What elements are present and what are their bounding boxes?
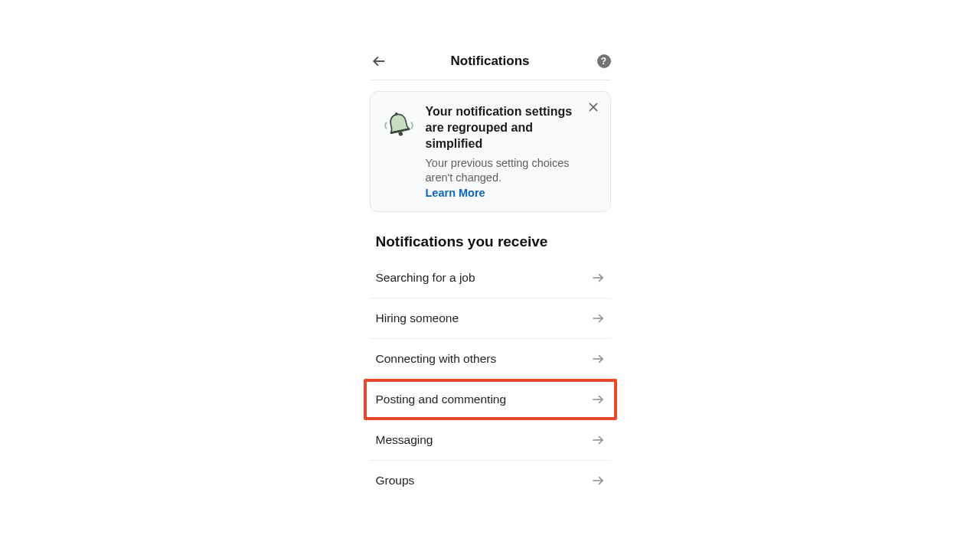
help-button[interactable]: ? [597,54,611,68]
back-button[interactable] [370,52,388,70]
info-title: Your notification settings are regrouped… [426,104,586,152]
arrow-right-icon [591,311,605,325]
arrow-right-icon [591,271,605,285]
info-subtitle: Your previous setting choices aren't cha… [426,156,586,185]
row-label: Groups [376,474,415,487]
notifications-settings-panel: Notifications ? Your notification settin… [370,0,611,500]
info-text: Your notification settings are regrouped… [426,104,599,199]
arrow-right-icon [591,393,605,406]
row-messaging[interactable]: Messaging [370,420,611,461]
close-icon [587,101,599,113]
arrow-left-icon [371,54,387,69]
row-hiring-someone[interactable]: Hiring someone [370,298,611,339]
row-label: Posting and commenting [376,393,507,406]
settings-list: Searching for a job Hiring someone Conne… [370,258,611,500]
row-label: Connecting with others [376,352,497,366]
row-posting-and-commenting[interactable]: Posting and commenting [370,380,611,420]
row-label: Hiring someone [376,311,459,325]
row-connecting-with-others[interactable]: Connecting with others [370,339,611,380]
section-heading: Notifications you receive [376,233,611,250]
header-bar: Notifications ? [370,47,611,80]
row-label: Searching for a job [376,271,475,285]
row-groups[interactable]: Groups [370,461,611,500]
question-icon: ? [601,56,606,67]
page-title: Notifications [451,54,530,69]
arrow-right-icon [591,474,605,487]
close-banner-button[interactable] [587,101,601,115]
bell-illustration [381,104,416,199]
arrow-right-icon [591,433,605,447]
bell-icon [382,109,416,142]
row-searching-for-a-job[interactable]: Searching for a job [370,258,611,298]
learn-more-link[interactable]: Learn More [426,187,586,199]
arrow-right-icon [591,352,605,366]
row-label: Messaging [376,433,433,447]
info-banner: Your notification settings are regrouped… [370,91,611,212]
